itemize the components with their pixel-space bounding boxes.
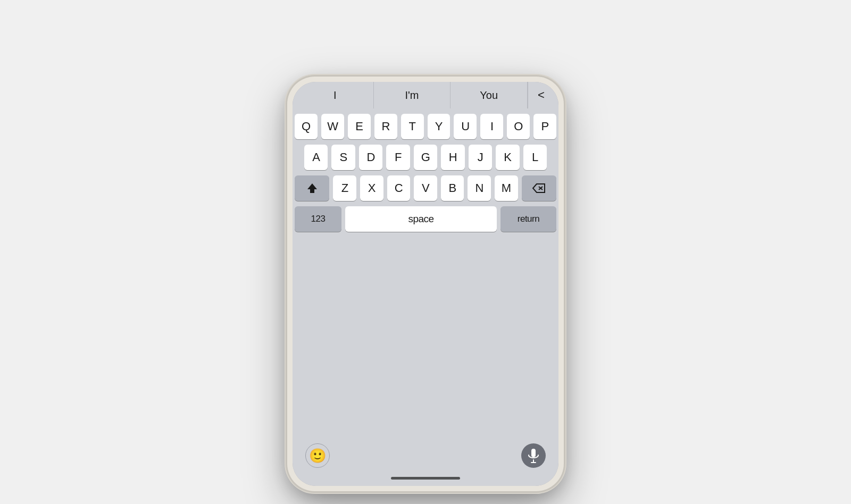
key-j[interactable]: J — [469, 145, 492, 170]
keyboard-row-4: 123 space return — [295, 206, 556, 232]
key-l[interactable]: L — [523, 145, 547, 170]
key-h[interactable]: H — [441, 145, 464, 170]
key-m[interactable]: M — [495, 175, 518, 201]
key-s[interactable]: S — [331, 145, 355, 170]
key-n[interactable]: N — [468, 175, 491, 201]
key-b[interactable]: B — [441, 175, 464, 201]
key-c[interactable]: C — [387, 175, 411, 201]
key-z[interactable]: Z — [333, 175, 356, 201]
keyboard-row-3: Z X C V B N M — [295, 175, 556, 201]
key-q[interactable]: Q — [295, 114, 318, 139]
key-o[interactable]: O — [507, 114, 530, 139]
key-d[interactable]: D — [359, 145, 382, 170]
predictive-back-button[interactable]: < — [528, 82, 554, 108]
keyboard-row-1: Q W E R T Y U I O P — [295, 114, 556, 139]
shift-icon — [306, 182, 318, 194]
predictive-bar: I I'm You < — [293, 82, 558, 108]
delete-icon — [532, 183, 546, 194]
return-key[interactable]: return — [500, 206, 556, 232]
numbers-key[interactable]: 123 — [295, 206, 341, 232]
svg-rect-3 — [531, 449, 536, 457]
key-t[interactable]: T — [401, 114, 424, 139]
svg-marker-0 — [307, 183, 317, 193]
emoji-button[interactable]: 🙂 — [305, 443, 330, 468]
key-w[interactable]: W — [321, 114, 344, 139]
key-k[interactable]: K — [496, 145, 519, 170]
microphone-button[interactable] — [521, 443, 546, 468]
home-indicator — [391, 477, 460, 480]
phone-body: I I'm You < Q W E R — [287, 77, 564, 491]
predictive-suggestion-im[interactable]: I'm — [374, 82, 451, 108]
key-x[interactable]: X — [360, 175, 383, 201]
key-e[interactable]: E — [348, 114, 371, 139]
key-r[interactable]: R — [374, 114, 397, 139]
delete-key[interactable] — [522, 175, 556, 201]
key-i[interactable]: I — [480, 114, 503, 139]
key-y[interactable]: Y — [428, 114, 450, 139]
key-u[interactable]: U — [454, 114, 477, 139]
phone-wrapper: I I'm You < Q W E R — [287, 13, 564, 491]
predictive-suggestion-you[interactable]: You — [450, 82, 528, 108]
key-a[interactable]: A — [304, 145, 328, 170]
keyboard-row-2: A S D F G H J K L — [295, 145, 556, 170]
phone-screen: I I'm You < Q W E R — [293, 82, 558, 486]
shift-key[interactable] — [295, 175, 329, 201]
key-v[interactable]: V — [414, 175, 437, 201]
key-g[interactable]: G — [414, 145, 437, 170]
key-p[interactable]: P — [533, 114, 556, 139]
keyboard-area: Q W E R T Y U I O P A S D F G — [293, 108, 558, 438]
microphone-icon — [528, 448, 539, 463]
space-key[interactable]: space — [345, 206, 497, 232]
key-f[interactable]: F — [386, 145, 410, 170]
emoji-icon: 🙂 — [309, 448, 326, 464]
predictive-suggestion-i[interactable]: I — [297, 82, 374, 108]
